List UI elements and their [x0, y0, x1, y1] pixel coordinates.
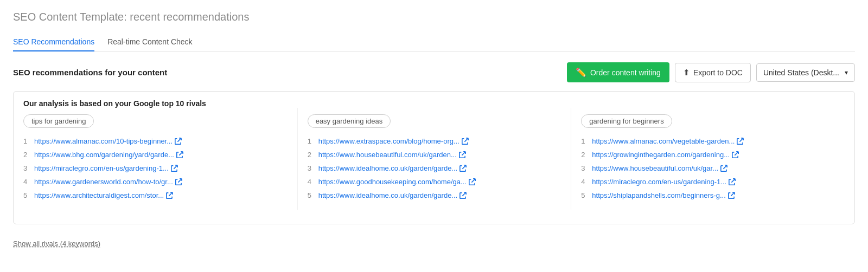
external-link-icon	[469, 178, 476, 185]
rival-link[interactable]: https://www.housebeautiful.com/uk/gar...	[592, 164, 727, 172]
rival-link[interactable]: https://www.almanac.com/10-tips-beginner…	[34, 137, 182, 145]
external-link-icon	[459, 151, 466, 158]
external-link-icon	[732, 151, 739, 158]
rival-link[interactable]: https://www.extraspace.com/blog/home-org…	[318, 137, 469, 145]
external-link-icon	[176, 151, 183, 158]
rival-list-3: 1 https://www.almanac.com/vegetable-gard…	[581, 134, 835, 202]
list-item: 3 https://miraclegro.com/en-us/gardening…	[23, 161, 288, 175]
external-link-icon	[166, 192, 173, 199]
rival-column-1: tips for gardening 1 https://www.almanac…	[23, 108, 297, 210]
tab-seo-recommendations[interactable]: SEO Recommendations	[13, 33, 94, 51]
rival-link[interactable]: https://growinginthegarden.com/gardening…	[592, 151, 739, 159]
rival-link[interactable]: https://www.architecturaldigest.com/stor…	[34, 191, 173, 199]
section-header: SEO recommendations for your content ✏️ …	[13, 62, 855, 82]
location-dropdown-value: United States (Deskt...	[763, 68, 839, 77]
order-content-writing-button[interactable]: ✏️ Order content writing	[567, 62, 669, 82]
tabs-bar: SEO Recommendations Real-time Content Ch…	[13, 33, 855, 51]
rival-link[interactable]: https://www.idealhome.co.uk/garden/garde…	[318, 191, 467, 199]
list-item: 2 https://growinginthegarden.com/gardeni…	[581, 148, 835, 161]
external-link-icon	[171, 165, 178, 172]
list-item: 2 https://www.housebeautiful.com/uk/gard…	[308, 148, 561, 161]
rival-column-3: gardening for beginners 1 https://www.al…	[571, 108, 845, 210]
keyword-badge-2: easy gardening ideas	[308, 114, 391, 128]
page-title: SEO Content Template: recent recommendat…	[13, 11, 855, 23]
external-link-icon	[175, 138, 182, 145]
external-link-icon	[459, 192, 467, 199]
rival-link[interactable]: https://miraclegro.com/en-us/gardening-1…	[592, 178, 736, 186]
rival-link[interactable]: https://www.idealhome.co.uk/garden/garde…	[318, 164, 467, 172]
page-title-main: SEO Content Template:	[13, 11, 127, 23]
keyword-badge-3: gardening for beginners	[581, 114, 672, 128]
rivals-grid: tips for gardening 1 https://www.almanac…	[23, 108, 845, 216]
section-title: SEO recommendations for your content	[13, 68, 167, 77]
external-link-icon	[459, 165, 467, 172]
list-item: 3 https://www.idealhome.co.uk/garden/gar…	[308, 161, 561, 175]
page-wrapper: SEO Content Template: recent recommendat…	[0, 0, 868, 272]
external-link-icon	[729, 178, 736, 185]
fade-bottom-2	[308, 200, 561, 210]
rival-link[interactable]: https://www.almanac.com/vegetable-garden…	[592, 137, 744, 145]
external-link-icon	[462, 138, 469, 145]
rival-link[interactable]: https://www.bhg.com/gardening/yard/garde…	[34, 151, 183, 159]
list-item: 1 https://www.extraspace.com/blog/home-o…	[308, 134, 561, 148]
list-item: 4 https://miraclegro.com/en-us/gardening…	[581, 175, 835, 189]
rival-link[interactable]: https://miraclegro.com/en-us/gardening-1…	[34, 164, 178, 172]
export-btn-label: Export to DOC	[693, 68, 743, 77]
list-item: 1 https://www.almanac.com/vegetable-gard…	[581, 134, 835, 148]
rival-list-1: 1 https://www.almanac.com/10-tips-beginn…	[23, 134, 288, 202]
analysis-title: Our analysis is based on your Google top…	[23, 99, 845, 108]
tab-realtime-check[interactable]: Real-time Content Check	[107, 33, 192, 51]
rival-link[interactable]: https://www.gardenersworld.com/how-to/gr…	[34, 178, 182, 186]
external-link-icon	[737, 138, 744, 145]
rival-column-2: easy gardening ideas 1 https://www.extra…	[297, 108, 571, 210]
rival-list-2: 1 https://www.extraspace.com/blog/home-o…	[308, 134, 561, 202]
fade-bottom-1	[23, 200, 288, 210]
show-all-rivals-link[interactable]: Show all rivals (4 keywords)	[13, 239, 100, 248]
rival-link[interactable]: https://www.housebeautiful.com/uk/garden…	[318, 151, 466, 159]
location-dropdown[interactable]: United States (Deskt... ▾	[756, 63, 855, 82]
list-item: 3 https://www.housebeautiful.com/uk/gar.…	[581, 161, 835, 175]
analysis-box: Our analysis is based on your Google top…	[13, 91, 855, 224]
keyword-badge-1: tips for gardening	[23, 114, 94, 128]
rival-link[interactable]: https://www.goodhousekeeping.com/home/ga…	[318, 178, 476, 186]
external-link-icon	[175, 178, 182, 185]
fade-bottom-3	[581, 200, 835, 210]
external-link-icon	[720, 165, 727, 172]
edit-icon: ✏️	[576, 67, 586, 77]
order-btn-label: Order content writing	[590, 68, 661, 77]
page-title-sub: recent recommendations	[130, 11, 249, 23]
upload-icon: ⬆	[683, 68, 690, 77]
list-item: 4 https://www.goodhousekeeping.com/home/…	[308, 175, 561, 189]
chevron-down-icon: ▾	[845, 69, 848, 76]
header-actions: ✏️ Order content writing ⬆ Export to DOC…	[567, 62, 855, 82]
list-item: 1 https://www.almanac.com/10-tips-beginn…	[23, 134, 288, 148]
list-item: 4 https://www.gardenersworld.com/how-to/…	[23, 175, 288, 189]
rival-link[interactable]: https://shiplapandshells.com/beginners-g…	[592, 191, 735, 199]
export-to-doc-button[interactable]: ⬆ Export to DOC	[675, 63, 751, 82]
list-item: 2 https://www.bhg.com/gardening/yard/gar…	[23, 148, 288, 161]
external-link-icon	[728, 192, 735, 199]
